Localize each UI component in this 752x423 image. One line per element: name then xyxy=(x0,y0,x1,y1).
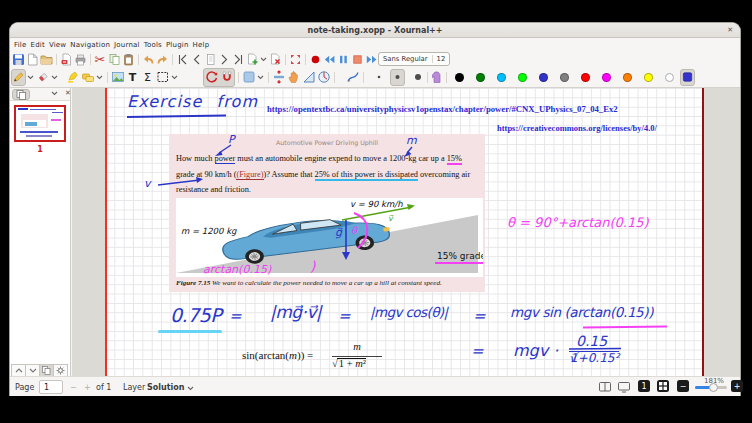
color-red-button[interactable] xyxy=(575,69,596,86)
source-link-1[interactable]: https://opentextbc.ca/universityphysicsv… xyxy=(267,104,618,114)
record-button[interactable] xyxy=(308,52,322,66)
ruler-tool-button[interactable] xyxy=(301,69,316,86)
text-tool-button[interactable]: T xyxy=(125,69,140,86)
tex-tool-button[interactable]: Σ xyxy=(140,69,155,86)
color-magenta-button[interactable] xyxy=(596,69,617,86)
color-white-swatch xyxy=(665,73,674,82)
menu-navigation[interactable]: Navigation xyxy=(69,41,111,49)
page-thumbnail[interactable] xyxy=(14,105,66,142)
vertical-space-button[interactable] xyxy=(271,69,286,86)
fill-dropdown[interactable] xyxy=(256,70,265,84)
canvas-area[interactable]: Exercise from https://opentextbc.ca/univ… xyxy=(72,88,740,378)
figure-link[interactable]: (Figure) xyxy=(236,170,263,180)
select-tool-button[interactable] xyxy=(155,69,170,86)
new-document-button[interactable] xyxy=(25,52,39,66)
next-page-button[interactable] xyxy=(217,52,231,66)
layer-chevron-icon[interactable] xyxy=(187,386,194,391)
dual-page-icon[interactable] xyxy=(599,381,611,393)
fullscreen-button[interactable] xyxy=(288,52,302,66)
sidebar-header: ✕ xyxy=(10,88,70,101)
delete-page-icon xyxy=(269,53,282,66)
hand-tool-button[interactable] xyxy=(286,69,301,86)
sidebar-tab-preview[interactable] xyxy=(12,89,30,100)
color-lightgreen-button[interactable] xyxy=(512,69,533,86)
titlebar[interactable]: note-taking.xopp - Xournal++ ✕ xyxy=(10,23,740,38)
add-page-dropdown[interactable] xyxy=(259,52,268,66)
color-yellow-button[interactable] xyxy=(638,69,659,86)
size-medium-button[interactable] xyxy=(390,69,405,86)
paste-button[interactable] xyxy=(121,52,135,66)
highlighter-tool-button[interactable] xyxy=(65,69,80,86)
menu-plugin[interactable]: Plugin xyxy=(165,41,190,49)
last-page-button[interactable] xyxy=(231,52,245,66)
print-button[interactable] xyxy=(73,52,87,66)
color-orange-button[interactable] xyxy=(617,69,638,86)
spline-tool-button[interactable] xyxy=(345,69,360,86)
stop-button[interactable] xyxy=(350,52,364,66)
pen-tool-button[interactable] xyxy=(11,69,26,86)
grid-snap-button[interactable] xyxy=(219,69,234,86)
cut-button[interactable]: ✂ xyxy=(93,52,107,66)
forward-button[interactable] xyxy=(364,52,378,66)
color-white-button[interactable] xyxy=(659,69,680,86)
save-button[interactable] xyxy=(11,52,25,66)
copy-button[interactable] xyxy=(107,52,121,66)
export-pdf-icon xyxy=(60,53,73,66)
forward-icon xyxy=(365,53,378,66)
delete-page-button[interactable] xyxy=(268,52,282,66)
color-glove-button[interactable] xyxy=(429,69,444,86)
color-black-button[interactable] xyxy=(449,69,470,86)
presentation-icon[interactable] xyxy=(618,381,630,393)
menu-view[interactable]: View xyxy=(48,41,67,49)
rewind-button[interactable] xyxy=(322,52,336,66)
menu-file[interactable]: File xyxy=(13,41,28,49)
page-decrement[interactable]: − xyxy=(70,383,77,392)
menu-help[interactable]: Help xyxy=(192,41,211,49)
protractor-tool-button[interactable] xyxy=(316,69,331,86)
svg-text:): ) xyxy=(310,258,316,274)
close-icon[interactable]: ✕ xyxy=(727,26,733,34)
image-tool-button[interactable] xyxy=(110,69,125,86)
zoom-in-button[interactable]: + xyxy=(731,380,743,392)
zoom-fit-button[interactable] xyxy=(657,380,669,392)
menu-journal[interactable]: Journal xyxy=(113,41,141,49)
pause-button[interactable] xyxy=(336,52,350,66)
menu-edit[interactable]: Edit xyxy=(30,41,46,49)
color-gray-button[interactable] xyxy=(554,69,575,86)
page[interactable]: Exercise from https://opentextbc.ca/univ… xyxy=(105,88,704,378)
size-fine-button[interactable] xyxy=(372,69,387,86)
zoom-out-button[interactable]: − xyxy=(677,380,689,392)
sidebar-collapse-button[interactable] xyxy=(51,91,58,96)
page-increment[interactable]: + xyxy=(84,383,91,392)
color-green-button[interactable] xyxy=(470,69,491,86)
shapes-dropdown[interactable] xyxy=(95,70,104,84)
open-button[interactable] xyxy=(39,52,53,66)
first-page-button[interactable] xyxy=(175,52,189,66)
pen-dropdown[interactable] xyxy=(26,70,35,84)
layer-select[interactable]: Solution xyxy=(147,383,184,392)
fill-tool-button[interactable] xyxy=(241,69,256,86)
color-lightblue-button[interactable] xyxy=(491,69,512,86)
color-picker-button[interactable] xyxy=(680,69,695,86)
shapes-tool-button[interactable] xyxy=(80,69,95,86)
menu-tools[interactable]: Tools xyxy=(143,41,163,49)
paste-icon xyxy=(122,53,135,66)
page-spin-button[interactable] xyxy=(203,52,217,66)
sidebar-close-button[interactable]: ✕ xyxy=(65,89,71,97)
undo-button[interactable] xyxy=(141,52,155,66)
rotation-snap-button[interactable] xyxy=(204,69,219,86)
eraser-tool-button[interactable] xyxy=(35,69,50,86)
font-button[interactable]: Sans Regular 12 xyxy=(378,52,450,66)
color-blue-button[interactable] xyxy=(533,69,554,86)
select-dropdown[interactable] xyxy=(170,70,179,84)
zoom-100-button[interactable]: 1 xyxy=(638,380,650,392)
source-link-2[interactable]: https://creativecommons.org/licenses/by/… xyxy=(497,123,657,133)
add-page-button[interactable] xyxy=(245,52,259,66)
size-thick-button[interactable] xyxy=(411,69,426,86)
zoom-slider-handle[interactable] xyxy=(709,383,718,392)
eraser-dropdown[interactable] xyxy=(50,70,59,84)
redo-button[interactable] xyxy=(155,52,169,66)
export-pdf-button[interactable] xyxy=(59,52,73,66)
previous-page-button[interactable] xyxy=(189,52,203,66)
page-number-input[interactable]: 1 xyxy=(39,380,63,394)
